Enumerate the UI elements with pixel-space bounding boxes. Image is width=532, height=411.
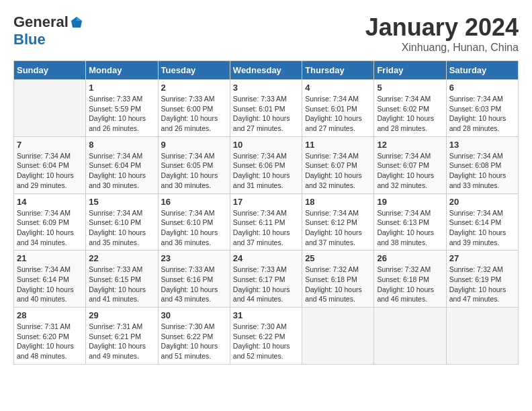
day-number: 23: [161, 253, 227, 263]
header-row: SundayMondayTuesdayWednesdayThursdayFrid…: [14, 61, 519, 80]
day-number: 31: [233, 310, 299, 320]
day-header: Wednesday: [230, 61, 302, 80]
day-info: Sunrise: 7:34 AM Sunset: 6:01 PM Dayligh…: [305, 94, 371, 134]
day-info: Sunrise: 7:32 AM Sunset: 6:18 PM Dayligh…: [377, 265, 443, 304]
day-info: Sunrise: 7:34 AM Sunset: 6:10 PM Dayligh…: [89, 208, 154, 248]
calendar-cell: [374, 308, 446, 365]
day-info: Sunrise: 7:34 AM Sunset: 6:09 PM Dayligh…: [17, 208, 83, 248]
day-header: Saturday: [446, 61, 518, 80]
calendar-table: SundayMondayTuesdayWednesdayThursdayFrid…: [13, 60, 519, 365]
calendar-cell: [446, 308, 518, 365]
day-info: Sunrise: 7:34 AM Sunset: 6:11 PM Dayligh…: [233, 208, 299, 248]
calendar-cell: 20Sunrise: 7:34 AM Sunset: 6:14 PM Dayli…: [446, 193, 518, 250]
calendar-cell: 25Sunrise: 7:32 AM Sunset: 6:18 PM Dayli…: [302, 250, 374, 308]
day-info: Sunrise: 7:34 AM Sunset: 6:07 PM Dayligh…: [305, 151, 371, 191]
calendar-cell: 22Sunrise: 7:33 AM Sunset: 6:15 PM Dayli…: [86, 250, 158, 308]
calendar-cell: 27Sunrise: 7:32 AM Sunset: 6:19 PM Dayli…: [446, 250, 518, 308]
day-number: 2: [161, 83, 227, 93]
calendar-cell: 29Sunrise: 7:31 AM Sunset: 6:21 PM Dayli…: [86, 308, 158, 365]
day-info: Sunrise: 7:32 AM Sunset: 6:18 PM Dayligh…: [305, 265, 371, 304]
day-number: 8: [89, 140, 154, 150]
day-header: Sunday: [14, 61, 86, 80]
day-info: Sunrise: 7:34 AM Sunset: 6:04 PM Dayligh…: [17, 151, 83, 191]
day-info: Sunrise: 7:34 AM Sunset: 6:14 PM Dayligh…: [17, 265, 83, 304]
calendar-cell: 4Sunrise: 7:34 AM Sunset: 6:01 PM Daylig…: [302, 80, 374, 137]
day-number: 30: [161, 310, 227, 320]
calendar-cell: 5Sunrise: 7:34 AM Sunset: 6:02 PM Daylig…: [374, 80, 446, 137]
calendar-week-row: 21Sunrise: 7:34 AM Sunset: 6:14 PM Dayli…: [14, 250, 519, 308]
day-number: 22: [89, 253, 154, 263]
calendar-cell: 21Sunrise: 7:34 AM Sunset: 6:14 PM Dayli…: [14, 250, 86, 308]
day-number: 20: [449, 197, 515, 207]
day-info: Sunrise: 7:34 AM Sunset: 6:14 PM Dayligh…: [449, 208, 515, 248]
calendar-cell: 11Sunrise: 7:34 AM Sunset: 6:07 PM Dayli…: [302, 136, 374, 193]
location-subtitle: Xinhuang, Hunan, China: [365, 42, 519, 54]
day-info: Sunrise: 7:33 AM Sunset: 6:16 PM Dayligh…: [161, 265, 227, 304]
day-number: 16: [161, 197, 227, 207]
calendar-cell: 18Sunrise: 7:34 AM Sunset: 6:12 PM Dayli…: [302, 193, 374, 250]
calendar-cell: 15Sunrise: 7:34 AM Sunset: 6:10 PM Dayli…: [86, 193, 158, 250]
day-info: Sunrise: 7:34 AM Sunset: 6:02 PM Dayligh…: [377, 94, 443, 134]
calendar-cell: 26Sunrise: 7:32 AM Sunset: 6:18 PM Dayli…: [374, 250, 446, 308]
calendar-cell: 9Sunrise: 7:34 AM Sunset: 6:05 PM Daylig…: [158, 136, 230, 193]
day-number: 15: [89, 197, 154, 207]
calendar-cell: 24Sunrise: 7:33 AM Sunset: 6:17 PM Dayli…: [230, 250, 302, 308]
calendar-cell: 17Sunrise: 7:34 AM Sunset: 6:11 PM Dayli…: [230, 193, 302, 250]
calendar-cell: 30Sunrise: 7:30 AM Sunset: 6:22 PM Dayli…: [158, 308, 230, 365]
day-info: Sunrise: 7:31 AM Sunset: 6:20 PM Dayligh…: [17, 322, 83, 361]
day-number: 24: [233, 253, 299, 263]
day-number: 28: [17, 310, 83, 320]
day-number: 27: [449, 253, 515, 263]
day-info: Sunrise: 7:30 AM Sunset: 6:22 PM Dayligh…: [161, 322, 227, 361]
calendar-cell: 28Sunrise: 7:31 AM Sunset: 6:20 PM Dayli…: [14, 308, 86, 365]
day-number: 1: [89, 83, 154, 93]
day-number: 18: [305, 197, 371, 207]
day-number: 6: [449, 83, 515, 93]
calendar-week-row: 14Sunrise: 7:34 AM Sunset: 6:09 PM Dayli…: [14, 193, 519, 250]
logo-general: General: [13, 13, 69, 31]
day-header: Friday: [374, 61, 446, 80]
day-info: Sunrise: 7:33 AM Sunset: 6:01 PM Dayligh…: [233, 94, 299, 134]
day-number: 21: [17, 253, 83, 263]
day-number: 17: [233, 197, 299, 207]
day-info: Sunrise: 7:34 AM Sunset: 6:12 PM Dayligh…: [305, 208, 371, 248]
day-number: 29: [89, 310, 154, 320]
day-info: Sunrise: 7:34 AM Sunset: 6:06 PM Dayligh…: [233, 151, 299, 191]
calendar-cell: 8Sunrise: 7:34 AM Sunset: 6:04 PM Daylig…: [86, 136, 158, 193]
calendar-cell: 3Sunrise: 7:33 AM Sunset: 6:01 PM Daylig…: [230, 80, 302, 137]
calendar-week-row: 28Sunrise: 7:31 AM Sunset: 6:20 PM Dayli…: [14, 308, 519, 365]
calendar-cell: 1Sunrise: 7:33 AM Sunset: 5:59 PM Daylig…: [86, 80, 158, 137]
day-header: Thursday: [302, 61, 374, 80]
day-number: 25: [305, 253, 371, 263]
day-number: 14: [17, 197, 83, 207]
calendar-cell: 31Sunrise: 7:30 AM Sunset: 6:22 PM Dayli…: [230, 308, 302, 365]
calendar-cell: 10Sunrise: 7:34 AM Sunset: 6:06 PM Dayli…: [230, 136, 302, 193]
page-header: General Blue January 2024 Xinhuang, Huna…: [13, 13, 519, 54]
calendar-cell: 7Sunrise: 7:34 AM Sunset: 6:04 PM Daylig…: [14, 136, 86, 193]
calendar-cell: 12Sunrise: 7:34 AM Sunset: 6:07 PM Dayli…: [374, 136, 446, 193]
calendar-cell: 6Sunrise: 7:34 AM Sunset: 6:03 PM Daylig…: [446, 80, 518, 137]
day-header: Monday: [86, 61, 158, 80]
day-info: Sunrise: 7:33 AM Sunset: 6:15 PM Dayligh…: [89, 265, 154, 304]
logo-blue: Blue: [13, 31, 46, 48]
calendar-cell: 14Sunrise: 7:34 AM Sunset: 6:09 PM Dayli…: [14, 193, 86, 250]
day-info: Sunrise: 7:34 AM Sunset: 6:13 PM Dayligh…: [377, 208, 443, 248]
month-title: January 2024: [365, 13, 519, 42]
calendar-cell: [302, 308, 374, 365]
calendar-cell: 2Sunrise: 7:33 AM Sunset: 6:00 PM Daylig…: [158, 80, 230, 137]
day-number: 7: [17, 140, 83, 150]
day-info: Sunrise: 7:33 AM Sunset: 6:17 PM Dayligh…: [233, 265, 299, 304]
calendar-cell: 13Sunrise: 7:34 AM Sunset: 6:08 PM Dayli…: [446, 136, 518, 193]
day-number: 4: [305, 83, 371, 93]
day-info: Sunrise: 7:34 AM Sunset: 6:04 PM Dayligh…: [89, 151, 154, 191]
day-number: 26: [377, 253, 443, 263]
day-number: 3: [233, 83, 299, 93]
day-number: 5: [377, 83, 443, 93]
calendar-cell: 19Sunrise: 7:34 AM Sunset: 6:13 PM Dayli…: [374, 193, 446, 250]
day-info: Sunrise: 7:34 AM Sunset: 6:08 PM Dayligh…: [449, 151, 515, 191]
day-number: 9: [161, 140, 227, 150]
calendar-cell: [14, 80, 86, 137]
day-info: Sunrise: 7:34 AM Sunset: 6:03 PM Dayligh…: [449, 94, 515, 134]
day-number: 13: [449, 140, 515, 150]
logo-icon: [70, 15, 83, 29]
